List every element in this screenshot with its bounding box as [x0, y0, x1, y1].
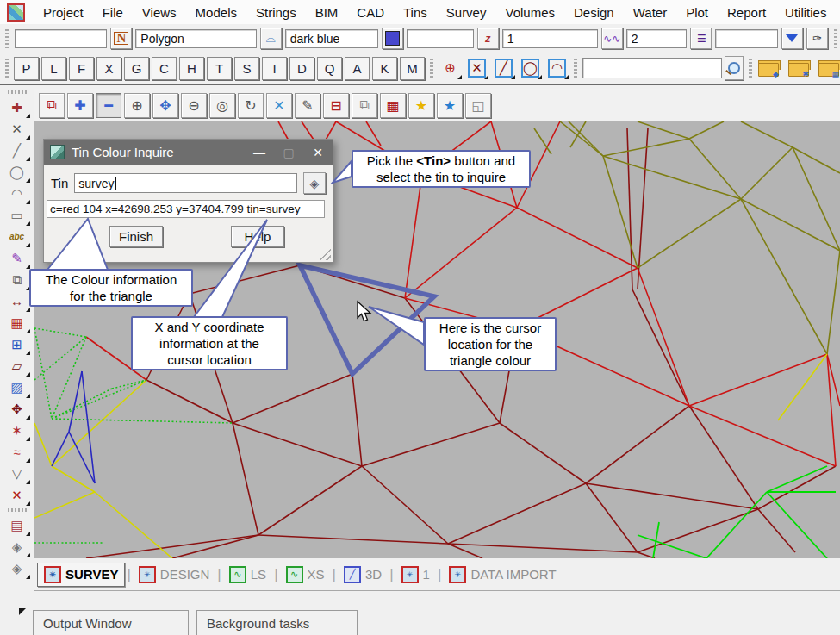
measure-button[interactable]: ↔ — [4, 290, 30, 312]
menu-report[interactable]: Report — [718, 5, 775, 20]
menu-water[interactable]: Water — [624, 5, 676, 20]
grid-button[interactable]: ▦ — [380, 93, 406, 118]
menu-design[interactable]: Design — [564, 5, 624, 20]
library-folder-button[interactable]: ▦ — [818, 58, 840, 78]
eyedropper-button[interactable]: ✑ — [806, 28, 828, 49]
menu-project[interactable]: Project — [34, 5, 93, 20]
cad-shortcut-m-button[interactable]: M — [400, 57, 425, 80]
toolbar-grip[interactable] — [749, 59, 752, 78]
snap-cross-button[interactable]: ✕ — [4, 118, 30, 140]
menu-utilities[interactable]: Utilities — [775, 5, 836, 20]
dialog-titlebar[interactable]: Tin Colour Inquire — ▢ ✕ — [44, 140, 333, 165]
move-button[interactable]: ✥ — [4, 398, 30, 420]
cad-shortcut-h-button[interactable]: H — [179, 57, 204, 80]
help-button[interactable]: Help — [231, 226, 284, 247]
toolbar-grip[interactable] — [5, 29, 9, 48]
view-tab-data-import[interactable]: ✳DATA IMPORT — [443, 563, 562, 586]
chainage-button[interactable]: ∿∿ — [601, 28, 623, 49]
menu-plot[interactable]: Plot — [676, 5, 718, 20]
zoom-in-plus-button[interactable]: ✚ — [67, 93, 93, 118]
view-tab-3d[interactable]: ╱3D — [338, 563, 388, 586]
create-rectangle-button[interactable]: ▭ — [4, 204, 30, 226]
cad-shortcut-f-button[interactable]: F — [69, 57, 94, 80]
pan-button[interactable]: ✥ — [152, 93, 178, 118]
snap-target-button[interactable]: ⊕ — [439, 57, 462, 79]
zoom-extents-button[interactable]: ⊖ — [181, 93, 207, 118]
grid-table-button[interactable]: ▦ — [4, 312, 30, 333]
menu-views[interactable]: Views — [133, 5, 186, 20]
cad-shortcut-t-button[interactable]: T — [207, 57, 232, 80]
finish-button[interactable]: Finish — [109, 226, 163, 247]
create-point-button[interactable]: ✚ — [4, 96, 30, 118]
menu-cad[interactable]: CAD — [347, 5, 394, 20]
line-weight-input[interactable]: 2 — [626, 29, 688, 48]
window-save-button[interactable]: ⧉ — [39, 93, 65, 118]
wand-button[interactable]: ✶ — [4, 420, 30, 441]
cad-shortcut-d-button[interactable]: D — [289, 57, 314, 80]
polygon-button[interactable]: ▱ — [4, 355, 30, 377]
snap-circle-button[interactable]: ◯ — [519, 57, 542, 79]
menu-tins[interactable]: Tins — [394, 5, 437, 20]
create-text-button[interactable]: abc — [4, 226, 30, 247]
colour-picker-button[interactable] — [382, 28, 403, 49]
minimize-button[interactable]: — — [245, 146, 274, 159]
create-line-button[interactable]: ╱ — [4, 140, 30, 161]
redraw-button[interactable]: ↻ — [238, 93, 264, 118]
cad-shortcut-i-button[interactable]: I — [262, 57, 287, 80]
plot-button[interactable]: ⊟ — [323, 93, 349, 118]
cad-shortcut-x-button[interactable]: X — [96, 57, 121, 80]
tin-input[interactable]: survey — [74, 173, 297, 193]
menu-survey[interactable]: Survey — [437, 5, 496, 20]
view-tab-ls[interactable]: ∿LS — [223, 563, 272, 586]
z-height-button[interactable]: z — [477, 28, 499, 49]
colour-input[interactable]: dark blue — [285, 29, 378, 48]
brush-button[interactable]: ✎ — [295, 93, 320, 118]
cad-shortcut-k-button[interactable]: K — [372, 57, 397, 80]
search-button[interactable] — [725, 56, 744, 80]
view-tab-xs[interactable]: ∿XS — [280, 563, 331, 586]
create-arc-button[interactable]: ◠ — [4, 183, 30, 204]
create-circle-button[interactable]: ◯ — [4, 161, 30, 183]
linestyle-picker-button[interactable]: ⌓ — [260, 28, 282, 49]
cad-shortcut-l-button[interactable]: L — [41, 57, 66, 80]
dialog-resize-grip[interactable] — [319, 248, 331, 260]
insert-image-button[interactable]: ▨ — [4, 377, 30, 398]
cad-shortcut-g-button[interactable]: G — [124, 57, 149, 80]
project-folder-button[interactable]: ◆ — [757, 58, 780, 78]
snap-toggle-button[interactable]: ✕ — [266, 93, 292, 118]
window-add-button[interactable]: ⊞ — [4, 333, 30, 355]
toolbar-grip[interactable] — [8, 90, 27, 94]
close-button[interactable]: ✕ — [303, 146, 333, 159]
dropdown-button[interactable] — [781, 28, 803, 49]
menu-volumes[interactable]: Volumes — [495, 5, 564, 20]
line-weight-button[interactable]: ☰ — [690, 28, 712, 49]
view-tab-design[interactable]: ✳DESIGN — [133, 563, 216, 586]
zoom-out-minus-button[interactable]: ━ — [96, 93, 121, 118]
menu-strings[interactable]: Strings — [246, 5, 306, 20]
favourite-blue-button[interactable]: ★ — [437, 93, 463, 118]
toolbar-grip[interactable] — [5, 59, 9, 78]
edit-pencil-button[interactable]: ✎ — [4, 247, 30, 269]
cad-shortcut-q-button[interactable]: Q — [317, 57, 342, 80]
name-picker-button[interactable]: N — [110, 28, 132, 49]
snap-cross-button[interactable]: ✕ — [465, 57, 488, 79]
toolbar-grip[interactable] — [430, 59, 433, 78]
search-input[interactable] — [582, 58, 722, 78]
cad-shortcut-a-button[interactable]: A — [345, 57, 370, 80]
toolbar-grip[interactable] — [8, 508, 27, 512]
zoom-window-button[interactable]: ◎ — [209, 93, 235, 118]
cad-shortcut-c-button[interactable]: C — [152, 57, 177, 80]
toolbar-grip[interactable] — [574, 59, 577, 78]
menu-models[interactable]: Models — [186, 5, 246, 20]
delete-button[interactable]: ✕ — [4, 484, 30, 506]
cad-shortcut-s-button[interactable]: S — [234, 57, 259, 80]
settings-folder-button[interactable]: ✱ — [787, 58, 810, 78]
point-number-input[interactable]: 1 — [502, 29, 598, 48]
view-tab-1[interactable]: ✳1 — [395, 563, 436, 586]
maximize-button[interactable]: ▢ — [274, 146, 303, 159]
snap-arc-button[interactable]: ◠ — [545, 57, 569, 79]
boundary-polygon-button[interactable]: ▽ — [4, 463, 30, 484]
menu-bim[interactable]: BIM — [306, 5, 348, 20]
colour-segments-button[interactable]: ≈ — [4, 441, 30, 463]
linestyle-input[interactable]: Polygon — [135, 29, 256, 48]
